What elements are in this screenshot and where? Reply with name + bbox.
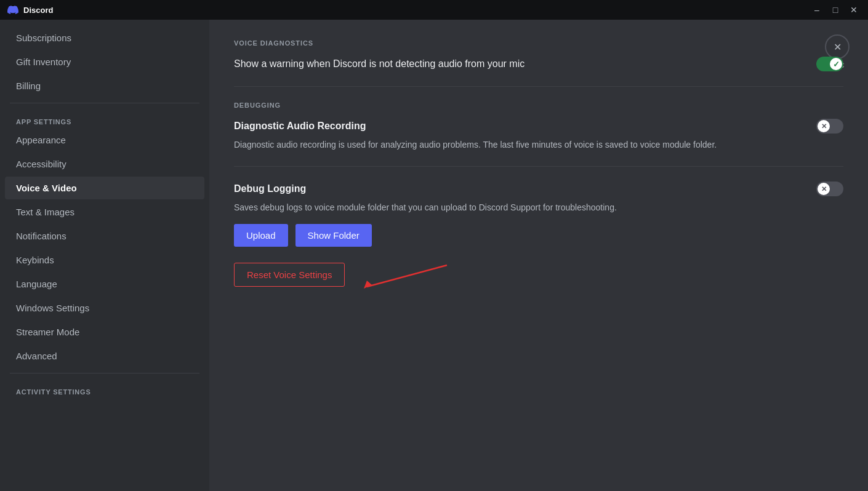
sidebar-item-notifications[interactable]: Notifications [5,225,204,247]
sidebar-divider-2 [10,373,199,373]
divider-2 [234,166,843,167]
toggle-check-icon: ✓ [833,60,840,69]
debug-logging-toggle[interactable]: ✕ [816,182,843,196]
sidebar-item-streamer-mode[interactable]: Streamer Mode [5,321,204,343]
activity-settings-label: ACTIVITY SETTINGS [5,378,204,398]
title-bar-left: Discord [7,4,53,15]
show-folder-button[interactable]: Show Folder [295,224,372,247]
debug-buttons-row: Upload Show Folder [234,224,843,247]
sidebar: Subscriptions Gift Inventory Billing APP… [0,20,209,491]
svg-marker-1 [364,281,372,289]
main-content: ✕ ESC VOICE DIAGNOSTICS Show a warning w… [209,20,868,491]
debug-logging-description: Saves debug logs to voice module folder … [234,201,843,214]
sidebar-item-subscriptions[interactable]: Subscriptions [5,26,204,49]
sidebar-item-appearance[interactable]: Appearance [5,129,204,151]
esc-x-icon: ✕ [834,41,842,53]
reset-voice-settings-button[interactable]: Reset Voice Settings [234,263,345,287]
app-settings-label: APP SETTINGS [5,108,204,128]
voice-diagnostics-label: VOICE DIAGNOSTICS [234,39,843,47]
app-body: Subscriptions Gift Inventory Billing APP… [0,20,868,491]
arrow-annotation-icon [361,259,459,290]
discord-logo-icon [7,4,18,15]
warning-toggle-knob: ✓ [830,58,842,70]
title-bar-controls: – □ ✕ [810,3,861,17]
sidebar-item-accessibility[interactable]: Accessibility [5,153,204,175]
close-button[interactable]: ✕ [847,3,861,17]
upload-button[interactable]: Upload [234,224,288,247]
reset-row: Reset Voice Settings [234,259,843,290]
diagnostic-recording-row: Diagnostic Audio Recording ✕ [234,119,843,134]
sidebar-item-gift-inventory[interactable]: Gift Inventory [5,50,204,73]
app-title: Discord [23,6,53,15]
diagnostic-recording-toggle[interactable]: ✕ [816,119,843,134]
warning-toggle-row: Show a warning when Discord is not detec… [234,57,843,71]
warning-toggle-label: Show a warning when Discord is not detec… [234,57,816,71]
toggle-x-icon-2: ✕ [821,185,827,193]
sidebar-divider-1 [10,103,199,103]
sidebar-item-language[interactable]: Language [5,273,204,295]
debug-logging-title: Debug Logging [234,182,816,196]
sidebar-item-windows-settings[interactable]: Windows Settings [5,297,204,319]
divider-1 [234,86,843,87]
diagnostic-recording-knob: ✕ [818,120,830,132]
debug-logging-knob: ✕ [818,183,830,195]
sidebar-item-billing[interactable]: Billing [5,74,204,97]
diagnostic-recording-title: Diagnostic Audio Recording [234,119,816,133]
svg-line-0 [367,265,447,287]
esc-circle-icon: ✕ [825,34,850,59]
warning-toggle[interactable]: ✓ [816,57,843,71]
sidebar-item-keybinds[interactable]: Keybinds [5,249,204,271]
sidebar-item-advanced[interactable]: Advanced [5,345,204,367]
diagnostic-recording-description: Diagnostic audio recording is used for a… [234,138,843,151]
toggle-x-icon-1: ✕ [821,122,827,130]
sidebar-item-text-images[interactable]: Text & Images [5,201,204,223]
title-bar: Discord – □ ✕ [0,0,868,20]
debugging-label: DEBUGGING [234,102,843,109]
sidebar-item-voice-video[interactable]: Voice & Video [5,177,204,199]
debug-logging-row: Debug Logging ✕ [234,182,843,196]
minimize-button[interactable]: – [810,3,824,17]
maximize-button[interactable]: □ [829,3,842,17]
